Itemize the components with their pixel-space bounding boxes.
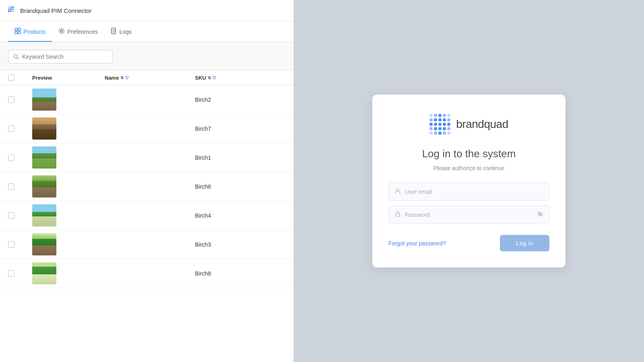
brandquad-dot — [447, 127, 450, 130]
product-sku-3: Birch6 — [195, 183, 286, 190]
brandquad-dot — [443, 127, 446, 130]
email-field-wrapper[interactable] — [388, 183, 549, 201]
product-preview-cell — [32, 175, 105, 197]
tab-preferences[interactable]: Preferences — [52, 21, 104, 42]
login-card: brandquad Log in to the system Please au… — [372, 95, 566, 267]
table-row[interactable]: Birch8 — [0, 259, 293, 288]
tab-logs[interactable]: Logs — [104, 21, 138, 42]
row-checkbox-6[interactable] — [8, 270, 14, 277]
product-sku-4: Birch4 — [195, 212, 286, 219]
table-row[interactable]: Birch4 — [0, 201, 293, 230]
svg-rect-1 — [10, 6, 12, 8]
search-input-wrapper[interactable] — [8, 50, 113, 64]
preferences-tab-icon — [58, 28, 65, 35]
svg-rect-17 — [396, 214, 400, 216]
product-preview-cell — [32, 204, 105, 226]
search-icon — [13, 54, 19, 60]
row-checkbox-4[interactable] — [8, 212, 14, 219]
app-title: Brandquad PIM Connector — [20, 7, 92, 14]
svg-rect-11 — [15, 31, 17, 34]
brandquad-dot — [429, 127, 433, 130]
app-header: Brandquad PIM Connector — [0, 0, 293, 21]
row-checkbox-1[interactable] — [8, 125, 14, 132]
sku-filter-icon[interactable]: ▽ — [213, 75, 216, 80]
product-preview-cell — [32, 88, 105, 111]
table-rows-container: Birch2 Birch7 Birch1 — [0, 85, 293, 288]
brandquad-dot — [429, 123, 433, 126]
tab-bar: Products Preferences Logs — [0, 21, 293, 42]
row-checkbox-5[interactable] — [8, 241, 14, 248]
lock-icon — [394, 211, 401, 218]
svg-rect-8 — [12, 10, 14, 12]
row-checkbox-2[interactable] — [8, 154, 14, 161]
svg-rect-10 — [18, 28, 21, 31]
row-checkbox-cell — [8, 212, 32, 219]
brandquad-dot — [429, 132, 433, 135]
table-row[interactable]: Birch2 — [0, 85, 293, 114]
login-button[interactable]: Log in — [500, 235, 549, 251]
password-input[interactable] — [405, 212, 533, 218]
table-row[interactable]: Birch6 — [0, 172, 293, 201]
email-input[interactable] — [405, 189, 543, 195]
brandquad-dot — [438, 132, 442, 135]
app-logo-icon — [8, 6, 16, 14]
product-sku-5: Birch3 — [195, 241, 286, 248]
name-label: Name — [105, 75, 119, 81]
right-panel: brandquad Log in to the system Please au… — [294, 0, 644, 362]
row-checkbox-cell — [8, 154, 32, 161]
svg-rect-9 — [15, 28, 17, 31]
svg-point-16 — [396, 189, 399, 191]
table-row[interactable]: Birch3 — [0, 230, 293, 259]
product-sku-1: Birch7 — [195, 125, 286, 132]
svg-rect-6 — [8, 10, 10, 12]
brandquad-dot — [443, 118, 446, 121]
svg-rect-4 — [10, 8, 12, 10]
brandquad-dot — [429, 118, 433, 121]
sku-sort-icon[interactable]: ⇅ — [208, 76, 211, 80]
brandquad-dot — [434, 127, 437, 130]
product-thumbnail-0 — [32, 88, 56, 111]
email-icon — [394, 188, 401, 195]
name-filter-icon[interactable]: ▽ — [125, 75, 128, 80]
row-checkbox-cell — [8, 270, 32, 277]
logs-tab-icon — [111, 28, 117, 35]
products-table: Preview Name ⇅ ▽ SKU ⇅ ▽ Birch2 — [0, 70, 293, 362]
name-sort-icon[interactable]: ⇅ — [120, 76, 124, 80]
login-title: Log in to the system — [422, 148, 516, 160]
brandquad-dot — [443, 114, 446, 117]
toggle-password-icon[interactable] — [537, 211, 543, 218]
brandquad-dot — [438, 114, 442, 117]
tab-products[interactable]: Products — [8, 21, 52, 42]
product-sku-2: Birch1 — [195, 154, 286, 161]
forgot-password-link[interactable]: Forgot your password? — [388, 240, 446, 247]
header-preview: Preview — [32, 74, 105, 81]
header-name: Name ⇅ ▽ — [105, 74, 195, 81]
table-row[interactable]: Birch1 — [0, 143, 293, 172]
brandquad-dot — [434, 118, 437, 121]
brandquad-dot — [438, 123, 442, 126]
product-thumbnail-5 — [32, 233, 56, 255]
row-checkbox-cell — [8, 241, 32, 248]
brandquad-name: brandquad — [456, 118, 508, 131]
search-input[interactable] — [22, 53, 107, 60]
header-checkbox-cell — [8, 74, 32, 81]
brandquad-dot — [447, 123, 450, 126]
svg-rect-2 — [12, 6, 14, 8]
product-thumbnail-6 — [32, 262, 56, 284]
product-preview-cell — [32, 117, 105, 140]
svg-rect-5 — [12, 8, 14, 10]
brandquad-dots — [429, 114, 450, 135]
product-preview-cell — [32, 233, 105, 255]
svg-rect-0 — [8, 6, 10, 8]
search-area — [0, 42, 293, 70]
row-checkbox-3[interactable] — [8, 183, 14, 190]
row-checkbox-cell — [8, 97, 32, 103]
product-thumbnail-1 — [32, 117, 56, 140]
tab-logs-label: Logs — [120, 29, 132, 35]
password-field-wrapper[interactable] — [388, 206, 549, 224]
row-checkbox-0[interactable] — [8, 97, 14, 103]
table-row[interactable]: Birch7 — [0, 114, 293, 143]
brandquad-dot — [434, 132, 437, 135]
select-all-checkbox[interactable] — [8, 74, 14, 81]
brandquad-dot — [447, 118, 450, 121]
